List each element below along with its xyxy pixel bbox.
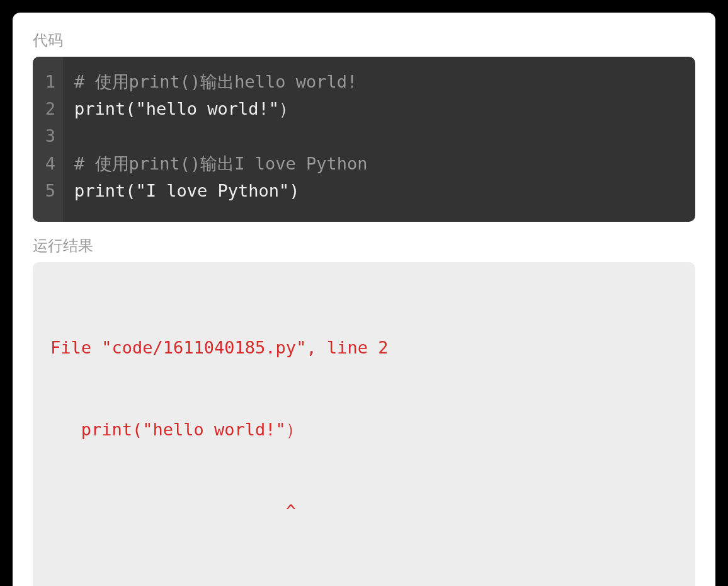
output-panel: File "code/1611040185.py", line 2 print(… [33, 262, 695, 586]
result-section-label: 运行结果 [33, 236, 695, 256]
output-line: File "code/1611040185.py", line 2 [50, 334, 678, 361]
code-section-label: 代码 [33, 30, 695, 50]
code-line: print("I love Python") [74, 177, 300, 204]
code-line: print("hello world!"） [74, 95, 296, 122]
code-line: # 使用print()输出I love Python [74, 150, 368, 177]
output-line: print("hello world!"） [50, 416, 678, 443]
line-number-gutter: 1 2 3 4 5 [33, 57, 63, 222]
line-number: 5 [42, 177, 55, 204]
line-number: 4 [42, 150, 55, 177]
code-line: # 使用print()输出hello world! [74, 68, 357, 95]
main-panel: 代码 1 2 3 4 5 # 使用print()输出hello world! p… [13, 13, 715, 586]
line-number: 1 [42, 68, 55, 95]
code-content-area[interactable]: # 使用print()输出hello world! print("hello w… [63, 57, 695, 222]
output-line: ^ [50, 497, 678, 524]
output-line [50, 579, 678, 586]
code-editor[interactable]: 1 2 3 4 5 # 使用print()输出hello world! prin… [33, 57, 695, 222]
line-number: 2 [42, 95, 55, 122]
line-number: 3 [42, 122, 55, 149]
